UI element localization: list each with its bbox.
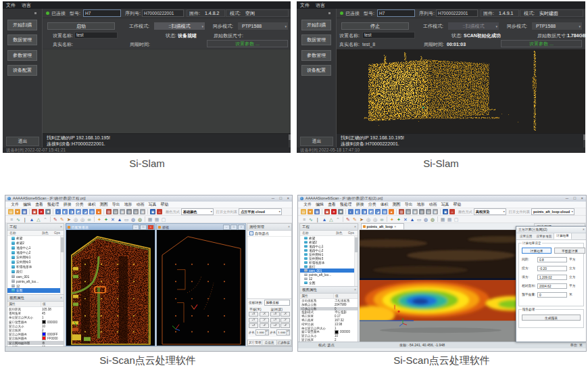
tree-scrollbar-thumb[interactable] [355,237,358,252]
menu-item[interactable]: 体积 [86,202,98,208]
toolbar-icon[interactable]: ▧ [382,209,387,214]
toolbar-icon[interactable]: ▲ [29,216,35,223]
toolbar-icon[interactable]: ◍ [430,216,436,223]
set-params-button[interactable]: 设置参数 ... [501,40,582,47]
floorplan-canvas[interactable] [66,230,155,346]
close-button[interactable]: × [581,195,583,202]
toolbar-icon[interactable]: ▼ [308,209,313,214]
close-icon[interactable]: × [354,224,356,230]
dialog-tab[interactable]: 设置参考面 [534,234,554,239]
toolbar-icon[interactable]: ✦ [97,216,103,223]
toolbar-icon[interactable]: ◎ [73,216,79,223]
toolbar-icon[interactable]: ✕ [331,209,337,214]
maximize-button[interactable]: □ [573,195,576,202]
menu-item[interactable]: 导出 [110,202,122,208]
toolbar-icon[interactable]: ◐ [348,209,353,214]
toolbar-icon[interactable]: ● [96,209,101,214]
toolbar-icon[interactable]: ✦ [389,216,395,223]
document-tab-close-icon[interactable]: × [394,225,396,229]
toolbar-icon[interactable]: ▦ [154,216,160,223]
menu-item[interactable]: 体积 [378,202,391,208]
action-button[interactable]: 停止 [341,22,409,30]
toolbar-icon[interactable]: ▣ [324,209,330,214]
step-spinner[interactable]: 1.000▴▾ [255,329,269,335]
viewport-minimize-button[interactable]: – [223,225,230,230]
outline-canvas[interactable] [157,230,245,346]
generate-report-button[interactable]: 生成报表 [522,315,581,321]
toolbar-icon[interactable]: ✱ [338,209,343,214]
toolbar-icon[interactable]: ◩ [76,209,81,214]
toolbar-icon[interactable]: ▥ [126,209,132,214]
toolbar-icon[interactable]: ▥ [419,209,424,214]
toolbar-icon[interactable]: ◍ [137,216,143,223]
viewport-close-button[interactable]: × [147,225,154,230]
tree-item[interactable]: points_aft_loo... [7,279,64,283]
menu-item[interactable]: 测图 [98,202,110,208]
toolbar-icon[interactable]: ◍ [130,216,137,223]
menu-item[interactable]: 测图 [391,202,403,208]
menu-item[interactable]: 地形 [122,202,134,208]
exit-button[interactable]: 退出 [6,137,39,146]
toolbar-icon[interactable]: ▤ [8,209,14,214]
toolbar-icon[interactable]: ∿ [308,216,314,223]
viewport-3d[interactable] [337,49,585,133]
transform-button[interactable]: -X [280,312,290,317]
sidebar-button[interactable]: 参数管理 [301,50,331,61]
toolbar-icon[interactable]: ▤ [406,209,411,214]
toolbar-icon[interactable]: ▼ [15,209,20,214]
sidebar-button[interactable]: 设备配置 [301,65,331,76]
toolbar-icon[interactable]: ➤ [359,216,365,223]
toolbar-icon[interactable]: ◧ [62,209,68,214]
checkbox-row[interactable]: ✓自动选点 [247,231,291,236]
transform-button[interactable]: +Z [270,323,280,328]
toolbar-icon[interactable]: ▤ [133,209,139,214]
toolbar-icon[interactable]: ∞ [379,216,385,223]
tree-scrollbar-thumb[interactable] [61,237,64,252]
menu-item[interactable]: 文件 [9,202,21,208]
sidebar-button[interactable]: 开始扫描 [301,20,331,30]
minimize-button[interactable]: ─ [566,195,568,202]
toolbar-icon[interactable]: △ [36,216,42,223]
menu-item[interactable]: 预处理 [45,202,62,208]
toolbar-icon[interactable]: ▢ [454,216,460,223]
transform-button[interactable]: -Z [260,323,269,328]
dialog-field-input[interactable]: 2004.62 [537,283,567,289]
set-name-input[interactable]: test [74,32,118,39]
log-scrollbar-thumb[interactable] [583,135,585,140]
file-list-select[interactable]: 点云平面 cloud▾ [239,208,282,215]
tree-item[interactable]: 道路中心2 [7,250,64,255]
viewport-minimize-button[interactable]: – [132,225,139,230]
toolbar-icon[interactable]: ▦ [22,209,27,214]
toolbar-icon[interactable]: ✕ [403,216,409,223]
document-tab[interactable]: points_aft_loop× [361,223,404,229]
step-spinner[interactable]: 1.000▴▾ [276,329,290,335]
set-params-button[interactable]: 设置参数 ... [207,40,288,47]
exit-button[interactable]: 退出 [300,137,333,146]
menu-item[interactable]: 导出 [403,202,415,208]
toolbar-icon[interactable]: ◨ [69,209,74,214]
maximize-button[interactable]: □ [279,195,282,202]
toolbar-icon[interactable]: ◐ [55,209,61,214]
terrain-viewport[interactable] [360,230,534,342]
toolbar-icon[interactable]: ▦ [447,216,453,223]
menu-item-file[interactable]: 文件 [300,2,310,9]
toolbar-icon[interactable]: ≡ [301,216,308,223]
viewport-close-button[interactable]: × [238,225,245,230]
menu-item[interactable]: 拼接 [354,202,366,208]
dialog-field-input[interactable]: 0 [537,292,567,298]
viewport-canvas[interactable] [66,230,155,346]
menu-item[interactable]: 动画 [134,202,146,208]
toolbar-icon[interactable]: ✎ [53,216,59,223]
toolbar-icon[interactable]: ✎ [352,216,358,223]
tree-item[interactable]: 室外测绘1 [7,255,64,260]
toolbar-icon[interactable]: ▲ [117,216,123,223]
toolbar-icon[interactable]: ✦ [103,216,109,223]
sidebar-button[interactable]: 开始扫描 [7,20,37,30]
menu-item[interactable]: 地形 [415,202,427,208]
toolbar-icon[interactable]: ▦ [140,209,145,214]
dialog-field-input[interactable]: -0.20 [537,266,567,271]
menu-item[interactable]: 拼接 [62,202,74,208]
model-input[interactable]: H7 [83,9,121,17]
menu-item[interactable]: 分类 [366,202,378,208]
menu-item[interactable]: 查看 [326,202,338,208]
